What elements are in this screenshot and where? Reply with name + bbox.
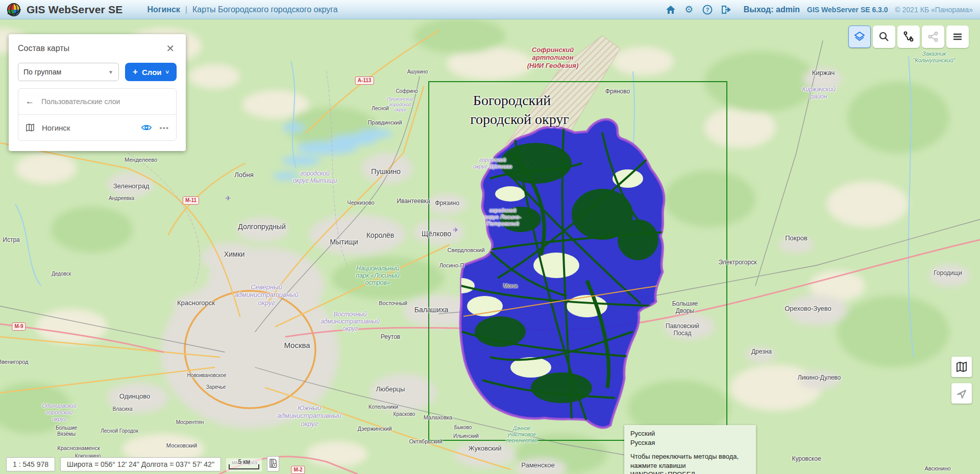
chevron-down-icon: ▼ (108, 69, 113, 75)
svg-text:?: ? (705, 7, 709, 13)
logout-icon[interactable] (720, 4, 731, 15)
close-icon[interactable]: ✕ (164, 41, 177, 56)
hamburger-menu-icon (952, 31, 963, 42)
visibility-eye-icon[interactable] (141, 123, 152, 132)
map-name-link[interactable]: Ногинск (147, 5, 180, 14)
copyright-label: © 2021 КБ «Панорама» (895, 6, 973, 14)
layer-more-icon[interactable]: ••• (159, 123, 169, 132)
chevron-down-icon: ˅ (166, 69, 169, 75)
plus-icon: + (133, 67, 138, 77)
share-icon (927, 31, 939, 42)
back-row-user-layers[interactable]: ← Пользовательские слои (18, 89, 176, 115)
menu-tool-button[interactable] (946, 26, 969, 48)
group-filter-select[interactable]: По группам ▼ (18, 63, 119, 81)
route-icon (902, 31, 915, 43)
folded-map-icon (955, 361, 968, 372)
map-contents-panel: Состав карты ✕ По группам ▼ + Слои ˅ ← П… (9, 34, 186, 151)
layers-tool-button[interactable] (848, 26, 871, 48)
route-tool-button[interactable] (897, 26, 920, 48)
scale-ruler-bracket (229, 464, 259, 469)
keyboard-layout-name: Русская (630, 438, 750, 447)
scale-box[interactable]: 1 : 545 978 (6, 457, 55, 471)
coordinates-box[interactable]: Широта = 056° 12' 24'' Долгота = 037° 57… (60, 457, 221, 471)
logout-label[interactable]: Выход: admin (744, 5, 800, 14)
search-tool-button[interactable] (873, 26, 895, 48)
help-icon[interactable]: ? (702, 4, 713, 15)
back-arrow-icon: ← (26, 96, 34, 107)
share-tool-button[interactable] (922, 26, 944, 48)
app-logo-icon (6, 2, 21, 17)
map-info-icon (269, 459, 277, 469)
app-title: GIS WebServer SE (27, 4, 122, 16)
map-toolbar (848, 26, 969, 48)
add-layers-label: Слои (142, 68, 162, 77)
language-name: Русский (630, 429, 750, 438)
search-icon (878, 31, 890, 42)
map-info-button[interactable] (267, 456, 279, 471)
navigation-arrow-icon (955, 387, 968, 400)
layers-list: ← Пользовательские слои Ногинск ••• (18, 88, 177, 141)
language-popup: Русский Русская Чтобы переключить методы… (624, 425, 756, 474)
header-bar: GIS WebServer SE Ногинск | Карты Богород… (0, 0, 980, 19)
layer-name: Ногинск (42, 123, 70, 132)
map-sheet-icon (26, 123, 35, 132)
gear-icon[interactable]: ⚙ (683, 4, 695, 15)
overview-map-button[interactable] (951, 357, 972, 377)
layers-icon (853, 31, 866, 43)
breadcrumb: Ногинск | Карты Богородского городского … (147, 5, 337, 14)
scale-ruler: 5 км (226, 458, 262, 471)
add-layers-button[interactable]: + Слои ˅ (125, 63, 177, 81)
locate-button[interactable] (951, 383, 972, 404)
map-subtitle: Карты Богородского городского округа (192, 5, 338, 14)
language-switch-hint: Чтобы переключить методы ввода, нажмите … (630, 452, 750, 474)
back-label: Пользовательские слои (41, 97, 120, 106)
breadcrumb-separator: | (185, 5, 187, 14)
status-bar: 1 : 545 978 Широта = 056° 12' 24'' Долго… (6, 456, 279, 471)
version-label: GIS WebServer SE 6.3.0 (807, 6, 888, 14)
panel-title: Состав карты (18, 44, 69, 53)
group-filter-value: По группам (23, 68, 61, 76)
layer-row-noginsk[interactable]: Ногинск ••• (18, 115, 176, 140)
home-icon[interactable] (665, 4, 676, 15)
